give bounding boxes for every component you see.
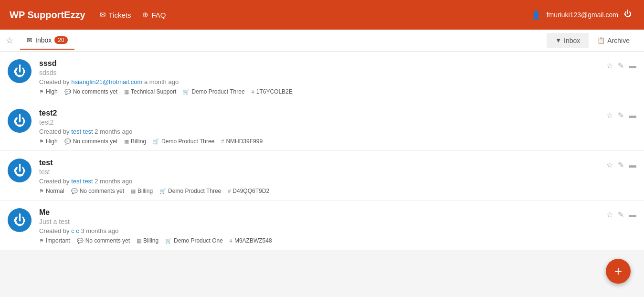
comment-icon: 💬 (64, 138, 71, 145)
ticket-edit-icon[interactable]: ✎ (618, 111, 624, 120)
ticket-avatar: ⏻ (8, 59, 32, 83)
category-icon: ▦ (124, 89, 129, 95)
tickets-icon: ✉ (100, 11, 106, 19)
flag-icon: ⚑ (39, 138, 44, 145)
ticket-actions: ☆ ✎ ▬ (606, 59, 636, 70)
inbox-badge: 20 (54, 36, 67, 44)
comments-label: No comments yet (80, 188, 124, 194)
comments-label: No comments yet (85, 237, 130, 244)
ticket-id-tag: # NMHD39F999 (221, 138, 263, 145)
ticket-edit-icon[interactable]: ✎ (618, 160, 624, 170)
filter-archive-tab[interactable]: 📋 Archive (589, 33, 638, 48)
priority-label: High (46, 138, 58, 145)
ticket-edit-icon[interactable]: ✎ (618, 210, 624, 219)
ticket-content: test test Created by test test 2 months … (39, 159, 601, 194)
ticket-meta-created: Created by test test 2 months ago (39, 178, 601, 185)
ticket-row[interactable]: ⏻ test test Created by test test 2 month… (0, 151, 644, 201)
ticket-category: ▦ Technical Support (124, 88, 176, 95)
ticket-archive-icon[interactable]: ▬ (629, 211, 636, 219)
inbox-tab[interactable]: ✉ Inbox 20 (20, 32, 74, 50)
flag-icon: ⚑ (39, 238, 44, 244)
ticket-priority: ⚑ Normal (39, 188, 64, 194)
ticket-product: 🛒 Demo Product Three (153, 138, 214, 145)
ticket-tags: ⚑ High 💬 No comments yet ▦ Technical Sup… (39, 88, 601, 95)
ticket-star-icon[interactable]: ☆ (606, 160, 613, 170)
ticket-author-link[interactable]: test test (71, 178, 93, 185)
ticket-star-icon[interactable]: ☆ (606, 61, 613, 70)
ticket-title: test2 (39, 109, 601, 117)
priority-label: Normal (46, 188, 64, 194)
ticket-product: 🛒 Demo Product One (165, 237, 223, 244)
category-label: Billing (143, 237, 158, 244)
cart-icon: 🛒 (183, 89, 190, 95)
ticket-avatar: ⏻ (8, 109, 32, 133)
ticket-comments: 💬 No comments yet (71, 188, 124, 194)
ticket-id-label: M9AZBWZ548 (234, 237, 272, 244)
filter-inbox-tab[interactable]: ▼ Inbox (547, 33, 589, 48)
ticket-title: sssd (39, 59, 601, 68)
ticket-row[interactable]: ⏻ test2 test2 Created by test test 2 mon… (0, 101, 644, 151)
inbox-tab-label: Inbox (35, 36, 52, 44)
ticket-subtitle: test (39, 168, 601, 176)
ticket-avatar: ⏻ (8, 208, 32, 232)
ticket-comments: 💬 No comments yet (64, 138, 117, 145)
category-label: Billing (137, 188, 153, 194)
nav-faq[interactable]: ⊕ FAQ (142, 11, 166, 19)
ticket-author-link[interactable]: hsianglin21@hotmail.com (71, 78, 142, 85)
ticket-author-link[interactable]: c c (71, 227, 79, 234)
ticket-content: test2 test2 Created by test test 2 month… (39, 109, 601, 145)
ticket-edit-icon[interactable]: ✎ (618, 61, 624, 70)
ticket-title: test (39, 159, 601, 167)
ticket-row[interactable]: ⏻ sssd sdsds Created by hsianglin21@hotm… (0, 52, 644, 101)
ticket-product: 🛒 Demo Product Three (183, 88, 244, 95)
ticket-id-tag: # D49QQ6T9D2 (228, 188, 269, 194)
priority-label: Important (46, 237, 70, 244)
user-icon: 👤 (531, 11, 541, 20)
cart-icon: 🛒 (153, 138, 159, 145)
category-icon: ▦ (137, 238, 141, 244)
ticket-row[interactable]: ⏻ Me Just a test Created by c c 3 months… (0, 201, 644, 250)
priority-label: High (46, 88, 58, 95)
ticket-product: 🛒 Demo Product Three (159, 188, 221, 194)
inbox-envelope-icon: ✉ (27, 36, 32, 44)
avatar-power-icon: ⏻ (13, 64, 26, 79)
ticket-avatar: ⏻ (8, 159, 32, 182)
cart-icon: 🛒 (159, 188, 166, 194)
comments-label: No comments yet (73, 138, 117, 145)
user-email: fmuriuki123@gmail.com (547, 11, 618, 19)
main-nav: ✉ Tickets ⊕ FAQ (100, 11, 531, 19)
ticket-meta-created: Created by c c 3 months ago (39, 227, 601, 234)
ticket-archive-icon[interactable]: ▬ (629, 161, 636, 170)
ticket-tags: ⚑ Important 💬 No comments yet ▦ Billing … (39, 237, 601, 244)
ticket-star-icon[interactable]: ☆ (606, 111, 613, 120)
star-icon[interactable]: ☆ (6, 35, 13, 46)
product-label: Demo Product Three (161, 138, 214, 145)
nav-tickets[interactable]: ✉ Tickets (100, 11, 131, 19)
product-label: Demo Product Three (168, 188, 221, 194)
ticket-category: ▦ Billing (137, 237, 158, 244)
ticket-archive-icon[interactable]: ▬ (629, 62, 636, 70)
filter-inbox-label: Inbox (564, 37, 580, 44)
avatar-power-icon: ⏻ (13, 114, 26, 128)
product-label: Demo Product One (174, 237, 223, 244)
ticket-archive-icon[interactable]: ▬ (629, 111, 636, 120)
ticket-content: sssd sdsds Created by hsianglin21@hotmai… (39, 59, 601, 95)
category-icon: ▦ (131, 188, 136, 194)
ticket-priority: ⚑ Important (39, 237, 70, 244)
ticket-comments: 💬 No comments yet (64, 88, 117, 95)
ticket-tags: ⚑ Normal 💬 No comments yet ▦ Billing 🛒 D… (39, 188, 601, 194)
subheader: ☆ ✉ Inbox 20 ▼ Inbox 📋 Archive (0, 30, 644, 52)
header-user: 👤 fmuriuki123@gmail.com ⏻ (531, 10, 634, 20)
ticket-content: Me Just a test Created by c c 3 months a… (39, 208, 601, 244)
ticket-star-icon[interactable]: ☆ (606, 210, 613, 219)
ticket-id-tag: # M9AZBWZ548 (230, 237, 272, 244)
ticket-subtitle: sdsds (39, 69, 601, 76)
ticket-priority: ⚑ High (39, 138, 58, 145)
app-logo: WP SupportEzzy (10, 10, 85, 21)
logout-icon[interactable]: ⏻ (624, 10, 634, 20)
cart-icon: 🛒 (165, 238, 172, 244)
ticket-id-tag: # 1T6YCOLB2E (252, 88, 293, 95)
ticket-actions: ☆ ✎ ▬ (606, 208, 636, 219)
avatar-power-icon: ⏻ (13, 163, 26, 178)
ticket-author-link[interactable]: test test (71, 128, 93, 135)
